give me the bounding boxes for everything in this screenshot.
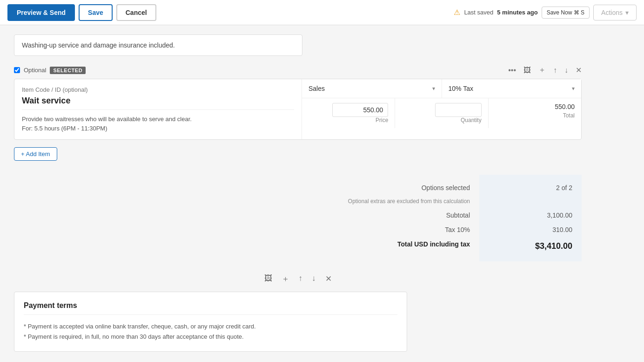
cancel-button[interactable]: Cancel <box>116 4 156 21</box>
main-content: Washing-up service and damage insurance … <box>0 25 644 362</box>
payment-terms-line1: * Payment is accepted via online bank tr… <box>24 321 397 332</box>
bottom-section-toolbar: 🖼 ＋ ↑ ↓ ✕ <box>14 266 582 292</box>
bottom-remove-icon[interactable]: ✕ <box>325 274 332 284</box>
save-button[interactable]: Save <box>79 4 113 21</box>
last-saved-time: 5 minutes ago <box>497 9 537 16</box>
note-box: Washing-up service and damage insurance … <box>14 34 302 56</box>
summary-section: Options selected Optional extras are exc… <box>14 175 582 261</box>
price-input[interactable] <box>332 103 388 117</box>
optional-row: Optional SELECTED ••• 🖼 ＋ ↑ ↓ ✕ <box>14 65 582 75</box>
price-label: Price <box>376 117 388 123</box>
total-cell: 550.00 Total <box>489 98 581 128</box>
save-now-button[interactable]: Save Now ⌘ S <box>542 7 590 19</box>
optional-label: Optional <box>24 67 46 74</box>
last-saved-text: Last saved <box>464 9 493 16</box>
note-text: Washing-up service and damage insurance … <box>22 41 175 49</box>
optional-left: Optional SELECTED <box>14 67 86 74</box>
image-icon[interactable]: 🖼 <box>523 66 531 75</box>
item-card: Wait service Provide two waitresses who … <box>14 79 582 140</box>
quantity-cell: Quantity <box>395 98 488 128</box>
item-code-input[interactable] <box>22 86 294 93</box>
bottom-move-up-icon[interactable]: ↑ <box>299 274 303 283</box>
remove-icon[interactable]: ✕ <box>576 66 582 75</box>
item-action-toolbar: ••• 🖼 ＋ ↑ ↓ ✕ <box>508 65 582 75</box>
options-selected-value: 2 of 2 <box>489 182 572 194</box>
payment-terms-title: Payment terms <box>24 301 397 315</box>
total-label: Total USD including tax <box>23 239 470 250</box>
save-status: ⚠ Last saved 5 minutes ago Save Now ⌘ S <box>454 7 590 19</box>
optional-note-spacer <box>489 197 572 207</box>
save-now-shortcut: ⌘ S <box>574 9 584 16</box>
top-toolbar: Preview & Send Save Cancel ⚠ Last saved … <box>0 0 644 25</box>
price-cell: Price <box>302 98 395 128</box>
optional-note: Optional extras are excluded from this c… <box>23 197 470 207</box>
quantity-label: Quantity <box>461 117 482 123</box>
item-right-bottom: Price Quantity 550.00 Total <box>302 98 581 128</box>
item-left: Wait service Provide two waitresses who … <box>14 79 302 139</box>
item-desc-line2: For: 5.5 hours (6PM - 11:30PM) <box>22 125 107 132</box>
move-down-icon[interactable]: ↓ <box>564 66 568 75</box>
item-title: Wait service <box>22 96 294 110</box>
move-up-icon[interactable]: ↑ <box>553 66 557 75</box>
more-icon[interactable]: ••• <box>508 66 516 75</box>
selected-badge: SELECTED <box>50 67 86 74</box>
tax-chevron-icon: ▾ <box>572 85 575 92</box>
total-value: 550.00 <box>555 103 575 110</box>
add-icon[interactable]: ＋ <box>538 65 546 75</box>
total-label: Total <box>563 112 575 119</box>
item-right-top: Sales ▾ 10% Tax ▾ <box>302 79 581 98</box>
add-item-button[interactable]: + Add Item <box>14 147 57 161</box>
warning-icon: ⚠ <box>454 8 460 17</box>
actions-label: Actions <box>601 9 623 16</box>
item-description: Provide two waitresses who will be avail… <box>22 115 294 133</box>
total-value: $3,410.00 <box>489 239 572 253</box>
optional-checkbox[interactable] <box>14 67 20 73</box>
tax-label: 10% Tax <box>449 85 473 92</box>
item-desc-line1: Provide two waitresses who will be avail… <box>22 116 192 123</box>
save-now-label: Save Now <box>547 9 572 16</box>
optional-section: Optional SELECTED ••• 🖼 ＋ ↑ ↓ ✕ Wait ser… <box>14 65 630 161</box>
account-chevron-icon: ▾ <box>432 85 435 92</box>
summary-labels: Options selected Optional extras are exc… <box>14 175 479 261</box>
actions-chevron-icon: ▾ <box>625 9 629 16</box>
quantity-input[interactable] <box>435 103 482 117</box>
bottom-image-icon[interactable]: 🖼 <box>264 274 272 283</box>
bottom-move-down-icon[interactable]: ↓ <box>312 274 316 283</box>
tax-label: Tax 10% <box>23 224 470 236</box>
account-label: Sales <box>309 85 325 92</box>
payment-terms-card: Payment terms * Payment is accepted via … <box>14 292 407 352</box>
payment-terms-text: * Payment is accepted via online bank tr… <box>24 321 397 342</box>
tax-select[interactable]: 10% Tax ▾ <box>442 79 582 98</box>
options-selected-label: Options selected <box>23 182 470 194</box>
preview-send-button[interactable]: Preview & Send <box>7 4 75 21</box>
subtotal-value: 3,100.00 <box>489 210 572 221</box>
bottom-add-icon[interactable]: ＋ <box>282 273 289 284</box>
actions-button[interactable]: Actions ▾ <box>593 5 637 20</box>
tax-value: 310.00 <box>489 224 572 236</box>
item-right: Sales ▾ 10% Tax ▾ Price Quanti <box>302 79 581 139</box>
payment-terms-line2: * Payment is required, in full, no more … <box>24 332 397 342</box>
account-select[interactable]: Sales ▾ <box>302 79 442 98</box>
summary-values: 2 of 2 3,100.00 310.00 $3,410.00 <box>479 175 582 261</box>
subtotal-label: Subtotal <box>23 210 470 221</box>
